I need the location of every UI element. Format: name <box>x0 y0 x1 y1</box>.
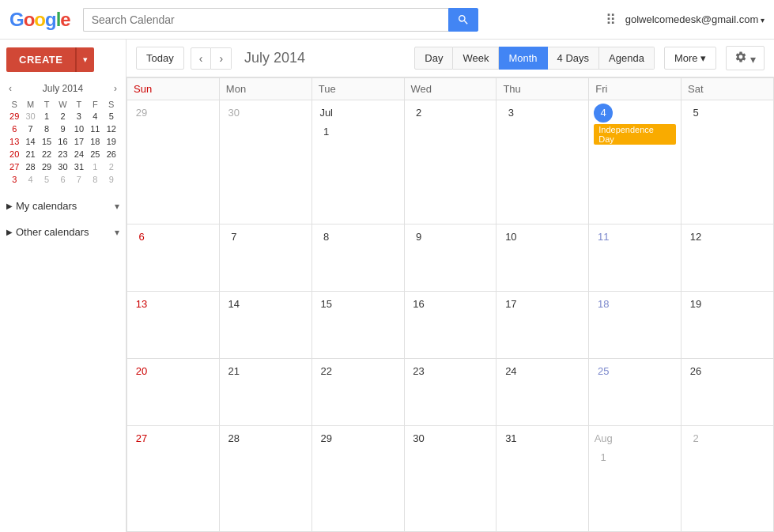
calendar-cell[interactable]: 24 <box>496 359 589 426</box>
day-number[interactable]: 13 <box>132 295 151 314</box>
mini-day-cell[interactable]: 5 <box>104 110 119 123</box>
event-badge[interactable]: Independence Day <box>594 124 676 145</box>
mini-day-cell[interactable]: 30 <box>55 160 70 173</box>
create-button[interactable]: CREATE <box>6 47 76 72</box>
other-calendars-header[interactable]: ▶ Other calendars ▾ <box>6 223 119 241</box>
day-number[interactable]: 24 <box>501 362 520 381</box>
view-week-button[interactable]: Week <box>453 47 499 70</box>
day-number[interactable]: 9 <box>410 228 429 247</box>
calendar-cell[interactable]: 14 <box>219 292 311 359</box>
calendar-cell[interactable]: 7 <box>219 224 311 292</box>
day-number[interactable]: 2 <box>410 104 429 123</box>
mini-day-cell[interactable]: 8 <box>87 173 103 186</box>
calendar-cell[interactable]: 10 <box>496 224 589 292</box>
day-number[interactable]: 5 <box>686 104 705 123</box>
calendar-cell[interactable]: 28 <box>219 426 311 532</box>
view-agenda-button[interactable]: Agenda <box>599 47 655 70</box>
day-number[interactable]: 2 <box>686 429 705 448</box>
mini-day-cell[interactable]: 2 <box>55 110 70 123</box>
day-number[interactable]: 6 <box>132 228 151 247</box>
mini-day-cell[interactable]: 29 <box>6 110 22 123</box>
more-button[interactable]: More ▾ <box>664 47 716 70</box>
grid-icon[interactable]: ⠿ <box>606 11 616 28</box>
day-number[interactable]: 10 <box>501 228 520 247</box>
calendar-cell[interactable]: 21 <box>219 359 311 426</box>
my-calendars-dropdown-icon[interactable]: ▾ <box>115 201 119 212</box>
day-number[interactable]: 31 <box>501 429 520 448</box>
calendar-cell[interactable]: 12 <box>681 224 774 292</box>
mini-day-cell[interactable]: 22 <box>39 148 55 160</box>
day-number[interactable]: 18 <box>594 295 613 314</box>
day-number[interactable]: 3 <box>501 104 520 123</box>
calendar-cell[interactable]: Jul 1 <box>311 100 404 224</box>
mini-day-cell[interactable]: 17 <box>71 135 87 148</box>
mini-day-cell[interactable]: 12 <box>104 123 119 135</box>
mini-day-cell[interactable]: 10 <box>71 123 87 135</box>
calendar-cell[interactable]: 18 <box>589 292 681 359</box>
calendar-cell[interactable]: 22 <box>311 359 404 426</box>
mini-day-cell[interactable]: 23 <box>55 148 70 160</box>
mini-day-cell[interactable]: 24 <box>71 148 87 160</box>
mini-day-cell[interactable]: 6 <box>55 173 70 186</box>
calendar-cell[interactable]: 4Independence Day <box>589 100 681 224</box>
mini-day-cell[interactable]: 2 <box>104 160 119 173</box>
day-number[interactable]: 8 <box>317 228 336 247</box>
mini-day-cell[interactable]: 26 <box>104 148 119 160</box>
day-number[interactable]: Aug 1 <box>594 429 613 448</box>
mini-day-cell[interactable]: 13 <box>6 135 22 148</box>
day-number[interactable]: 14 <box>225 295 244 314</box>
mini-day-cell[interactable]: 7 <box>22 123 38 135</box>
mini-day-cell[interactable]: 5 <box>39 173 55 186</box>
calendar-cell[interactable]: 26 <box>681 359 774 426</box>
mini-day-cell[interactable]: 27 <box>6 160 22 173</box>
mini-prev-button[interactable]: ‹ <box>6 83 14 94</box>
create-dropdown-button[interactable]: ▾ <box>76 47 94 72</box>
day-number[interactable]: 7 <box>225 228 244 247</box>
mini-day-cell[interactable]: 1 <box>39 110 55 123</box>
day-number[interactable]: 26 <box>686 362 705 381</box>
prev-button[interactable]: ‹ <box>191 47 212 70</box>
other-calendars-dropdown-icon[interactable]: ▾ <box>115 227 119 238</box>
calendar-cell[interactable]: 6 <box>127 224 220 292</box>
calendar-cell[interactable]: 29 <box>311 426 404 532</box>
day-number[interactable]: 12 <box>686 228 705 247</box>
mini-day-cell[interactable]: 14 <box>22 135 38 148</box>
day-number[interactable]: 17 <box>501 295 520 314</box>
mini-day-cell[interactable]: 21 <box>22 148 38 160</box>
calendar-cell[interactable]: 25 <box>589 359 681 426</box>
mini-day-cell[interactable]: 11 <box>87 123 103 135</box>
user-email[interactable]: golwelcomedesk@gmail.com <box>625 13 765 25</box>
mini-day-cell[interactable]: 20 <box>6 148 22 160</box>
mini-day-cell[interactable]: 4 <box>22 173 38 186</box>
calendar-cell[interactable]: 23 <box>404 359 496 426</box>
day-number[interactable]: 29 <box>317 429 336 448</box>
calendar-cell[interactable]: 5 <box>681 100 774 224</box>
calendar-cell[interactable]: 20 <box>127 359 220 426</box>
calendar-cell[interactable]: 9 <box>404 224 496 292</box>
day-number[interactable]: 20 <box>132 362 151 381</box>
view-day-button[interactable]: Day <box>414 47 453 70</box>
mini-calendar-title[interactable]: July 2014 <box>43 83 83 94</box>
mini-next-button[interactable]: › <box>111 83 119 94</box>
day-number[interactable]: 23 <box>410 362 429 381</box>
calendar-cell[interactable]: 3 <box>496 100 589 224</box>
calendar-cell[interactable]: 30 <box>404 426 496 532</box>
calendar-cell[interactable]: 13 <box>127 292 220 359</box>
calendar-cell[interactable]: 17 <box>496 292 589 359</box>
day-number[interactable]: 19 <box>686 295 705 314</box>
view-4days-button[interactable]: 4 Days <box>548 47 599 70</box>
mini-day-cell[interactable]: 18 <box>87 135 103 148</box>
settings-button[interactable]: ▾ <box>726 46 765 70</box>
day-number[interactable]: 30 <box>225 104 244 123</box>
mini-day-cell[interactable]: 15 <box>39 135 55 148</box>
mini-day-cell[interactable]: 6 <box>6 123 22 135</box>
today-button[interactable]: Today <box>136 47 184 70</box>
calendar-cell[interactable]: 30 <box>219 100 311 224</box>
calendar-cell[interactable]: 11 <box>589 224 681 292</box>
calendar-cell[interactable]: 27 <box>127 426 220 532</box>
mini-day-cell[interactable]: 9 <box>55 123 70 135</box>
search-input[interactable] <box>83 8 448 32</box>
calendar-cell[interactable]: 8 <box>311 224 404 292</box>
day-number[interactable]: 29 <box>132 104 151 123</box>
mini-day-cell[interactable]: 3 <box>71 110 87 123</box>
